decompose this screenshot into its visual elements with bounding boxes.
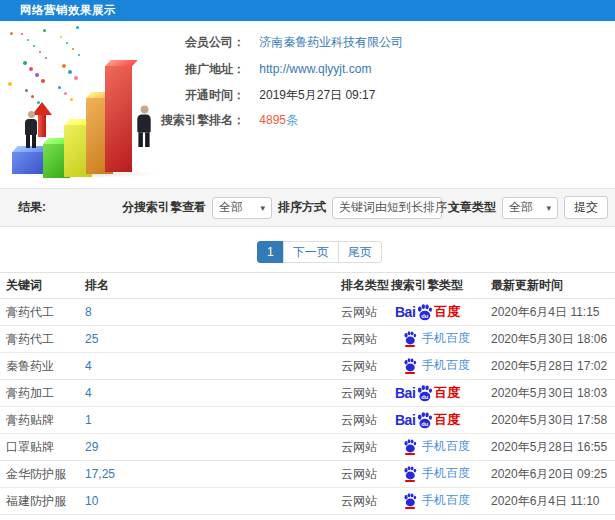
rank-link[interactable]: 4	[85, 386, 92, 400]
keyword-cell: 膏药加工	[0, 380, 85, 407]
keyword-cell	[0, 515, 85, 520]
engine-cell: 手机百度	[391, 353, 491, 380]
page-1-button[interactable]: 1	[257, 241, 284, 263]
info-row-ranking-count: 搜索引擎排名： 4895条	[155, 112, 605, 128]
column-header: 排名类型	[341, 273, 391, 299]
rank-cell: 8	[85, 299, 341, 326]
engine-cell: 手机百度	[391, 488, 491, 515]
table-row: 秦鲁药业4云网站手机百度2020年5月28日 17:02	[0, 353, 615, 380]
mobile-baidu-logo-icon: 手机百度	[403, 438, 470, 455]
engine-view-label: 分搜索引擎查看	[122, 199, 206, 216]
baidu-paw-icon: du	[416, 304, 433, 321]
ranking-count-label: 搜索引擎排名：	[155, 112, 245, 128]
updated-time-cell: 2020年6月4日 11:10	[491, 488, 615, 515]
rank-link[interactable]: 1	[85, 413, 92, 427]
rank-link[interactable]: 29	[85, 440, 98, 454]
baidu-paw-icon	[403, 493, 417, 507]
results-table: 关键词排名排名类型搜索引擎类型最新更新时间 膏药代工8云网站Baidu百度202…	[0, 272, 615, 520]
rank-cell	[85, 515, 341, 520]
rank-cell: 1	[85, 407, 341, 434]
baidu-paw-icon: du	[416, 412, 433, 429]
promo-url-label: 推广地址：	[155, 61, 245, 77]
rank-type-cell: 云网站	[341, 488, 391, 515]
results-table-body: 膏药代工8云网站Baidu百度2020年6月4日 11:15膏药代工25云网站手…	[0, 299, 615, 520]
marketing-results-page: 网络营销效果展示 会员公司： 济南秦鲁药业科技有限公司 推广地址： http:/…	[0, 0, 615, 520]
mobile-baidu-logo-icon: 手机百度	[403, 357, 470, 374]
rank-cell: 4	[85, 380, 341, 407]
next-page-button[interactable]: 下一页	[283, 241, 339, 263]
submit-button[interactable]: 提交	[564, 196, 608, 219]
open-time-value: 2019年5月27日 09:17	[259, 88, 375, 102]
businessman-left	[23, 111, 39, 148]
engine-cell: 手机百度	[391, 515, 491, 520]
rank-cell: 17,25	[85, 461, 341, 488]
rank-link[interactable]: 8	[85, 305, 92, 319]
svg-text:du: du	[422, 420, 430, 426]
page-title: 网络营销效果展示	[20, 0, 116, 21]
filter-controls: 分搜索引擎查看 全部▾ 排序方式 关键词由短到长排序▾ 文章类型 全部▾ 提交	[122, 196, 608, 219]
last-page-button[interactable]: 尾页	[338, 241, 382, 263]
article-type-select[interactable]: 全部▾	[502, 197, 558, 219]
chart-illustration	[2, 22, 174, 180]
promo-url-link[interactable]: http://www.qlyyjt.com	[259, 62, 371, 76]
article-type-label: 文章类型	[448, 199, 496, 216]
table-row: 手机百度	[0, 515, 615, 520]
engine-cell: Baidu百度	[391, 380, 491, 407]
rank-link[interactable]: 10	[85, 494, 98, 508]
rank-cell: 4	[85, 353, 341, 380]
rank-link[interactable]: 4	[85, 359, 92, 373]
company-value[interactable]: 济南秦鲁药业科技有限公司	[259, 35, 403, 49]
updated-time-cell: 2020年6月4日 11:15	[491, 299, 615, 326]
keyword-cell: 秦鲁药业	[0, 353, 85, 380]
engine-cell: 手机百度	[391, 461, 491, 488]
column-header: 排名	[85, 273, 341, 299]
updated-time-cell: 2020年6月20日 09:25	[491, 461, 615, 488]
pagination: 1 下一页 尾页	[257, 241, 382, 263]
sort-label: 排序方式	[278, 199, 326, 216]
keyword-cell: 口罩贴牌	[0, 434, 85, 461]
table-row: 福建防护服10云网站手机百度2020年6月4日 11:10	[0, 488, 615, 515]
chevron-down-icon: ▾	[546, 203, 551, 213]
updated-time-cell: 2020年5月28日 16:55	[491, 434, 615, 461]
info-row-open-time: 开通时间： 2019年5月27日 09:17	[155, 87, 605, 103]
mobile-baidu-logo-icon: 手机百度	[403, 465, 470, 482]
baidu-logo-icon: Baidu百度	[395, 303, 460, 321]
table-row: 膏药贴牌1云网站Baidu百度2020年5月30日 17:58	[0, 407, 615, 434]
info-row-url: 推广地址： http://www.qlyyjt.com	[155, 61, 605, 77]
results-table-header: 关键词排名排名类型搜索引擎类型最新更新时间	[0, 273, 615, 299]
updated-time-cell: 2020年5月30日 18:03	[491, 380, 615, 407]
table-row: 膏药加工4云网站Baidu百度2020年5月30日 18:03	[0, 380, 615, 407]
engine-cell: Baidu百度	[391, 299, 491, 326]
keyword-cell: 金华防护服	[0, 461, 85, 488]
ranking-count-value: 4895条	[259, 113, 298, 127]
open-time-label: 开通时间：	[155, 87, 245, 103]
table-row: 膏药代工8云网站Baidu百度2020年6月4日 11:15	[0, 299, 615, 326]
updated-time-cell: 2020年5月30日 17:58	[491, 407, 615, 434]
rank-type-cell: 云网站	[341, 380, 391, 407]
chevron-down-icon: ▾	[260, 203, 265, 213]
businessman-right	[135, 106, 153, 147]
page-title-bar: 网络营销效果展示	[0, 0, 615, 21]
engine-cell: 手机百度	[391, 434, 491, 461]
rank-type-cell	[341, 515, 391, 520]
bar-red	[105, 66, 132, 172]
results-label: 结果:	[18, 199, 46, 216]
table-row: 金华防护服17,25云网站手机百度2020年6月20日 09:25	[0, 461, 615, 488]
baidu-paw-icon	[403, 439, 417, 453]
rank-type-cell: 云网站	[341, 434, 391, 461]
engine-view-select[interactable]: 全部▾	[212, 197, 272, 219]
engine-cell: Baidu百度	[391, 407, 491, 434]
rank-link[interactable]: 17,25	[85, 467, 115, 481]
rank-link[interactable]: 25	[85, 332, 98, 346]
updated-time-cell: 2020年5月30日 18:06	[491, 326, 615, 353]
rank-cell: 29	[85, 434, 341, 461]
svg-text:du: du	[422, 312, 430, 318]
keyword-cell: 膏药贴牌	[0, 407, 85, 434]
column-header: 最新更新时间	[491, 273, 615, 299]
baidu-paw-icon: du	[416, 385, 433, 402]
company-label: 会员公司：	[155, 34, 245, 50]
filter-bar: 结果: 分搜索引擎查看 全部▾ 排序方式 关键词由短到长排序▾ 文章类型 全部▾…	[0, 188, 615, 227]
table-row: 口罩贴牌29云网站手机百度2020年5月28日 16:55	[0, 434, 615, 461]
sort-select[interactable]: 关键词由短到长排序▾	[332, 197, 442, 219]
baidu-paw-icon	[403, 331, 417, 345]
